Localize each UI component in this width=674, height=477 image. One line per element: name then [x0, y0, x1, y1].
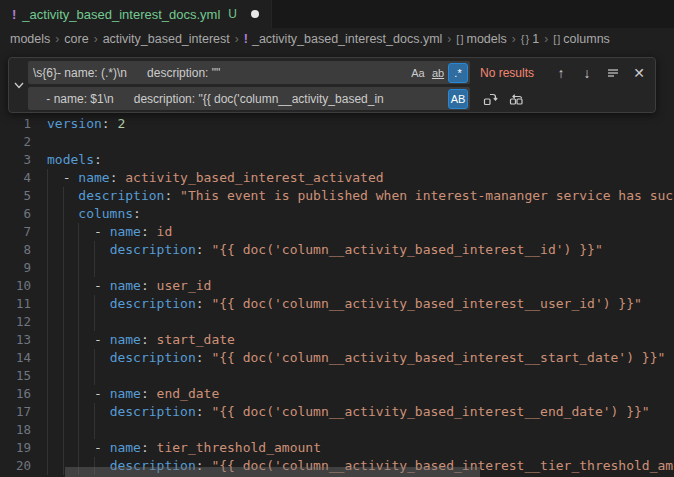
breadcrumb-item[interactable]: !_activity_based_interest_docs.yml: [244, 32, 443, 46]
indent-guide: [47, 403, 48, 421]
breadcrumb-item[interactable]: core: [64, 32, 88, 46]
line-content: - name: user_id: [31, 278, 211, 293]
breadcrumb-item[interactable]: { }1: [521, 32, 539, 46]
selection-icon: [606, 66, 620, 80]
indent-guide: [63, 223, 64, 241]
indent-guide: [63, 313, 64, 331]
code-line[interactable]: 3models:: [0, 151, 674, 169]
line-number: 7: [0, 223, 31, 241]
editor-area[interactable]: \s{6}- name: (.*)\n description: "" Aa a…: [0, 50, 674, 477]
line-content: models:: [31, 152, 102, 167]
git-status-badge: U: [228, 7, 237, 21]
indent-guide: [47, 367, 48, 385]
code-line[interactable]: 10 - name: user_id: [0, 277, 674, 295]
line-content: [31, 368, 47, 383]
code-line[interactable]: 19 - name: tier_threshold_amount: [0, 439, 674, 457]
horizontal-scrollbar-thumb[interactable]: [65, 467, 480, 477]
line-number: 1: [0, 115, 31, 133]
replace-input-value: - name: $1\n description: "{{ doc('colum…: [33, 92, 448, 106]
code-line[interactable]: 8 description: "{{ doc('column__activity…: [0, 241, 674, 259]
code-line[interactable]: 12: [0, 313, 674, 331]
find-in-selection-button[interactable]: [603, 63, 623, 83]
replace-all-button[interactable]: [506, 89, 526, 109]
symbol-object-icon: { }: [521, 33, 528, 45]
indent-guide: [78, 313, 79, 331]
regex-toggle[interactable]: .*: [448, 63, 468, 83]
breadcrumb-label: models: [467, 32, 507, 46]
breadcrumb-item[interactable]: activity_based_interest: [103, 32, 230, 46]
line-number: 3: [0, 151, 31, 169]
indent-guide: [47, 313, 48, 331]
indent-guide: [47, 277, 48, 295]
preserve-case-toggle[interactable]: AB: [448, 89, 468, 109]
line-number: 20: [0, 457, 31, 475]
line-number: 15: [0, 367, 31, 385]
indent-guide: [63, 259, 64, 277]
code-line[interactable]: 1version: 2: [0, 115, 674, 133]
line-number: 11: [0, 295, 31, 313]
previous-match-button[interactable]: ↑: [551, 63, 571, 83]
line-number: 9: [0, 259, 31, 277]
indent-guide: [78, 403, 79, 421]
whole-word-toggle[interactable]: ab: [428, 63, 448, 83]
breadcrumb-separator-icon: ›: [235, 32, 239, 46]
close-find-button[interactable]: ✕: [629, 63, 649, 83]
match-case-toggle[interactable]: Aa: [408, 63, 428, 83]
indent-guide: [47, 421, 48, 439]
line-content: - name: id: [31, 224, 172, 239]
indent-guide: [94, 241, 95, 259]
code-line[interactable]: 15: [0, 367, 674, 385]
indent-guide: [63, 385, 64, 403]
breadcrumb-item[interactable]: [ ]models: [456, 32, 506, 46]
code-line[interactable]: 11 description: "{{ doc('column__activit…: [0, 295, 674, 313]
line-number: 16: [0, 385, 31, 403]
line-number: 5: [0, 187, 31, 205]
search-input[interactable]: \s{6}- name: (.*)\n description: "" Aa a…: [28, 61, 470, 84]
tab-active[interactable]: ! _activity_based_interest_docs.yml U: [0, 0, 272, 28]
line-content: version: 2: [31, 116, 125, 131]
indent-guide: [47, 187, 48, 205]
code-line[interactable]: 17 description: "{{ doc('column__activit…: [0, 403, 674, 421]
line-content: [31, 260, 47, 275]
line-content: description: "{{ doc('column__activity_b…: [31, 350, 665, 365]
breadcrumb-item[interactable]: models: [10, 32, 50, 46]
line-number: 14: [0, 349, 31, 367]
code-line[interactable]: 4 - name: activity_based_interest_activa…: [0, 169, 674, 187]
code-line[interactable]: 2: [0, 133, 674, 151]
breadcrumb-separator-icon: ›: [544, 32, 548, 46]
indent-guide: [63, 403, 64, 421]
code-line[interactable]: 16 - name: end_date: [0, 385, 674, 403]
line-number: 8: [0, 241, 31, 259]
indent-guide: [47, 223, 48, 241]
line-number: 2: [0, 133, 31, 151]
line-number: 13: [0, 331, 31, 349]
code-line[interactable]: 5 description: "This event is published …: [0, 187, 674, 205]
breadcrumb-label: models: [10, 32, 50, 46]
line-content: - name: end_date: [31, 386, 219, 401]
line-content: [31, 314, 47, 329]
code-line[interactable]: 7 - name: id: [0, 223, 674, 241]
code-line[interactable]: 9: [0, 259, 674, 277]
line-content: - name: tier_threshold_amount: [31, 440, 321, 455]
find-row: \s{6}- name: (.*)\n description: "" Aa a…: [28, 61, 649, 84]
toggle-replace-button[interactable]: [9, 58, 28, 112]
code-line[interactable]: 14 description: "{{ doc('column__activit…: [0, 349, 674, 367]
replace-input[interactable]: - name: $1\n description: "{{ doc('colum…: [28, 87, 470, 110]
unsaved-dot-icon[interactable]: [251, 10, 259, 18]
replace-button[interactable]: [480, 89, 500, 109]
indent-guide: [78, 223, 79, 241]
line-content: - name: start_date: [31, 332, 235, 347]
code-line[interactable]: 18: [0, 421, 674, 439]
indent-guide: [78, 349, 79, 367]
indent-guide: [78, 295, 79, 313]
code-line[interactable]: 6 columns:: [0, 205, 674, 223]
indent-guide: [47, 439, 48, 457]
breadcrumb-item[interactable]: [ ]columns: [553, 32, 610, 46]
code-line[interactable]: 13 - name: start_date: [0, 331, 674, 349]
indent-guide: [47, 169, 48, 187]
replace-row: - name: $1\n description: "{{ doc('colum…: [28, 87, 649, 110]
code-lines: 1version: 223models:4 - name: activity_b…: [0, 115, 674, 475]
indent-guide: [47, 241, 48, 259]
next-match-button[interactable]: ↓: [577, 63, 597, 83]
indent-guide: [63, 241, 64, 259]
